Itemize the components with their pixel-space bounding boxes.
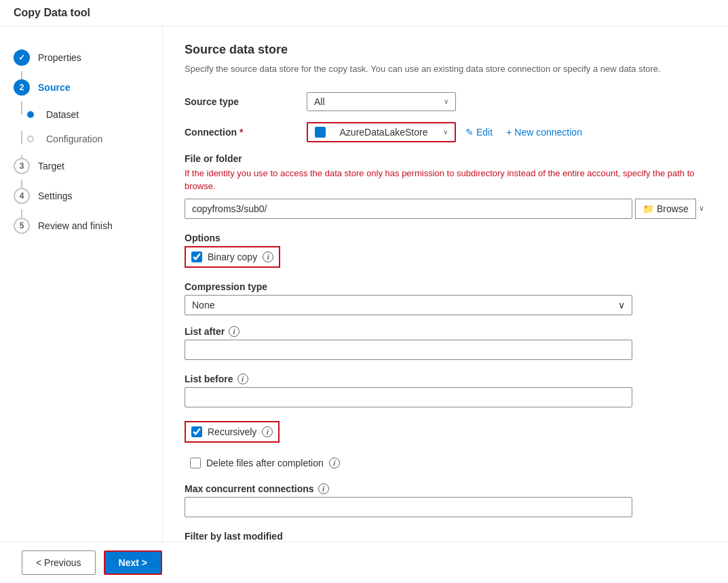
list-after-info-icon[interactable]: i bbox=[229, 326, 240, 337]
delete-files-info-icon[interactable]: i bbox=[329, 458, 340, 468]
source-type-control: All ∨ bbox=[307, 92, 706, 111]
delete-files-checkbox[interactable] bbox=[190, 458, 201, 468]
binary-copy-row: Binary copy i bbox=[185, 246, 280, 268]
source-type-label: Source type bbox=[185, 96, 307, 107]
sidebar: ✓ Properties 2 Source Dataset Configurat… bbox=[0, 26, 163, 579]
connection-icon bbox=[315, 127, 326, 138]
browse-label: Browse bbox=[657, 203, 689, 214]
list-after-label: List after bbox=[185, 326, 225, 337]
connection-value: AzureDataLakeStore bbox=[340, 127, 428, 138]
step-review[interactable]: 5 Review and finish bbox=[0, 211, 162, 241]
app-title: Copy Data tool bbox=[14, 7, 90, 18]
recursively-label: Recursively bbox=[208, 426, 256, 437]
connection-select[interactable]: AzureDataLakeStore ∨ bbox=[307, 122, 456, 142]
folder-icon: 📁 bbox=[643, 203, 654, 214]
step-1-label: Properties bbox=[38, 52, 81, 63]
step-5-label: Review and finish bbox=[38, 220, 113, 231]
step-configuration[interactable]: Configuration bbox=[0, 127, 162, 151]
app-header: Copy Data tool bbox=[0, 0, 728, 26]
connection-chevron: ∨ bbox=[443, 128, 448, 136]
step-4-circle: 4 bbox=[14, 188, 30, 204]
compression-label: Compression type bbox=[185, 281, 706, 292]
file-path-input[interactable] bbox=[185, 199, 632, 219]
main-layout: ✓ Properties 2 Source Dataset Configurat… bbox=[0, 26, 728, 579]
list-before-section: List before i bbox=[185, 374, 706, 410]
connection-row: Connection AzureDataLakeStore ∨ ✎ Edit +… bbox=[185, 122, 706, 142]
step-2-label: Source bbox=[38, 82, 70, 93]
connection-label: Connection bbox=[185, 127, 307, 138]
options-label: Options bbox=[185, 233, 706, 243]
edit-button[interactable]: ✎ Edit bbox=[461, 124, 497, 140]
plus-icon: + bbox=[506, 127, 512, 138]
main-content: Source data store Specify the source dat… bbox=[163, 26, 728, 579]
step-4-label: Settings bbox=[38, 190, 73, 201]
next-label: Next > bbox=[119, 557, 147, 568]
source-type-value: All bbox=[314, 96, 325, 107]
step-target[interactable]: 3 Target bbox=[0, 151, 162, 181]
step-3-label: Target bbox=[38, 161, 64, 172]
recursively-section: Recursively i bbox=[185, 421, 706, 448]
file-folder-label: File or folder bbox=[185, 153, 706, 164]
step-config-circle bbox=[27, 136, 34, 142]
previous-label: < Previous bbox=[36, 557, 81, 568]
binary-copy-checkbox[interactable] bbox=[191, 252, 202, 262]
step-properties[interactable]: ✓ Properties bbox=[0, 43, 162, 73]
options-section: Options Binary copy i bbox=[185, 233, 706, 270]
step-config-label: Configuration bbox=[46, 134, 102, 144]
page-title: Source data store bbox=[185, 43, 706, 57]
step-dataset-circle bbox=[27, 111, 34, 118]
step-settings[interactable]: 4 Settings bbox=[0, 181, 162, 211]
delete-files-row: Delete files after completion i bbox=[185, 454, 706, 473]
source-type-select[interactable]: All ∨ bbox=[307, 92, 456, 111]
list-after-input[interactable] bbox=[185, 340, 632, 360]
step-dataset[interactable]: Dataset bbox=[0, 102, 162, 127]
file-folder-note: If the identity you use to access the da… bbox=[185, 167, 706, 193]
next-button[interactable]: Next > bbox=[104, 550, 162, 575]
list-after-section: List after i bbox=[185, 326, 706, 363]
max-connections-label: Max concurrent connections bbox=[185, 483, 314, 494]
list-before-info-icon[interactable]: i bbox=[237, 374, 248, 384]
list-before-label: List before bbox=[185, 374, 233, 384]
edit-label: Edit bbox=[476, 127, 493, 138]
filter-title: Filter by last modified bbox=[185, 531, 706, 542]
step-source[interactable]: 2 Source bbox=[0, 73, 162, 102]
step-3-circle: 3 bbox=[14, 158, 30, 174]
footer: < Previous Next > bbox=[0, 542, 728, 579]
source-type-row: Source type All ∨ bbox=[185, 92, 706, 111]
binary-copy-label: Binary copy bbox=[208, 252, 257, 262]
recursively-info-icon[interactable]: i bbox=[262, 426, 273, 437]
binary-copy-info-icon[interactable]: i bbox=[263, 252, 273, 262]
step-dataset-label: Dataset bbox=[46, 109, 79, 120]
connection-control: AzureDataLakeStore ∨ ✎ Edit + New connec… bbox=[307, 122, 706, 142]
new-connection-label: New connection bbox=[514, 127, 582, 138]
compression-value: None bbox=[192, 300, 214, 310]
compression-section: Compression type None ∨ bbox=[185, 281, 706, 315]
delete-files-label: Delete files after completion bbox=[206, 458, 324, 468]
max-connections-section: Max concurrent connections i bbox=[185, 483, 706, 520]
step-2-circle: 2 bbox=[14, 79, 30, 96]
recursively-checkbox[interactable] bbox=[191, 426, 202, 437]
step-1-circle: ✓ bbox=[14, 49, 30, 66]
step-5-circle: 5 bbox=[14, 218, 30, 234]
compression-chevron-icon: ∨ bbox=[618, 300, 625, 310]
source-type-chevron: ∨ bbox=[444, 98, 448, 105]
recursively-row: Recursively i bbox=[185, 421, 280, 443]
browse-button[interactable]: 📁 Browse bbox=[635, 199, 696, 219]
previous-button[interactable]: < Previous bbox=[22, 550, 96, 575]
compression-select[interactable]: None ∨ bbox=[185, 295, 632, 315]
browse-chevron-icon: ∨ bbox=[699, 204, 704, 213]
max-connections-input[interactable] bbox=[185, 497, 632, 517]
new-connection-button[interactable]: + New connection bbox=[502, 124, 586, 140]
list-before-input[interactable] bbox=[185, 387, 632, 407]
max-connections-info-icon[interactable]: i bbox=[318, 483, 329, 494]
browse-row: 📁 Browse ∨ bbox=[185, 199, 706, 219]
edit-icon: ✎ bbox=[465, 127, 474, 138]
page-description: Specify the source data store for the co… bbox=[185, 62, 706, 76]
